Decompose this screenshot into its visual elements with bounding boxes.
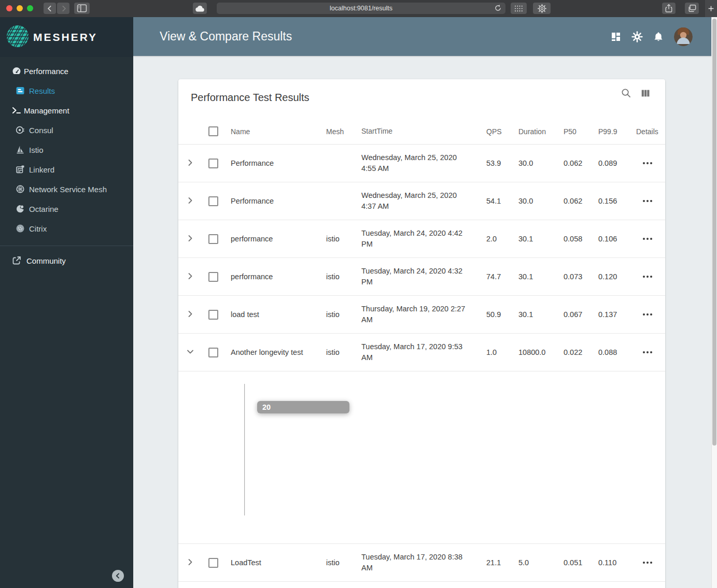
row-qps: 54.1 — [480, 197, 512, 205]
sidebar-item-consul[interactable]: Consul — [0, 120, 133, 140]
column-header-name[interactable]: Name — [224, 127, 320, 136]
extensions-grid-icon[interactable] — [511, 3, 527, 14]
row-duration: 5.0 — [512, 558, 557, 567]
citrix-icon — [15, 223, 25, 234]
sidebar-collapse-button[interactable] — [112, 570, 124, 582]
row-p999: 0.088 — [592, 348, 629, 356]
sidebar-item-citrix[interactable]: Citrix — [0, 219, 133, 238]
column-header-qps[interactable]: QPS — [480, 127, 512, 136]
tabs-icon[interactable] — [685, 3, 699, 14]
row-checkbox[interactable] — [208, 234, 218, 244]
row-duration: 10800.0 — [512, 348, 557, 356]
address-bar[interactable]: localhost:9081/results — [217, 3, 505, 14]
row-actions-button[interactable] — [629, 162, 665, 164]
row-checkbox-cell — [202, 558, 224, 568]
row-duration: 30.0 — [512, 159, 557, 167]
expand-row-button[interactable] — [178, 157, 202, 169]
select-all-checkbox[interactable] — [208, 126, 218, 136]
table-row: PerformanceWednesday, March 25, 2020 4:3… — [178, 182, 665, 220]
linkerd-icon — [15, 164, 25, 175]
row-checkbox-cell — [202, 348, 224, 357]
sidebar-item-network-service-mesh[interactable]: Network Service Mesh — [0, 179, 133, 199]
cloud-icon[interactable] — [193, 3, 207, 14]
refresh-icon[interactable] — [494, 4, 502, 13]
row-qps: 1.0 — [480, 348, 512, 356]
row-duration: 30.1 — [512, 235, 557, 243]
expand-row-button[interactable] — [178, 557, 202, 569]
dashboard-icon[interactable] — [610, 31, 622, 42]
row-checkbox[interactable] — [208, 196, 218, 206]
row-mesh: istio — [320, 273, 356, 281]
row-checkbox[interactable] — [208, 348, 218, 357]
row-qps: 53.9 — [480, 159, 512, 167]
sidebar-item-istio[interactable]: Istio — [0, 140, 133, 160]
sidebar-item-linkerd[interactable]: Linkerd — [0, 160, 133, 179]
row-qps: 50.9 — [480, 310, 512, 319]
column-header-duration[interactable]: Duration — [512, 127, 557, 136]
sidebar-item-label: Octarine — [29, 205, 59, 213]
column-header-p999[interactable]: P99.9 — [592, 127, 629, 136]
column-header-p50[interactable]: P50 — [557, 127, 592, 136]
expand-row-button[interactable] — [178, 233, 202, 245]
forward-icon[interactable] — [57, 3, 69, 14]
sidebar-toggle-icon[interactable] — [74, 3, 90, 14]
collapse-row-button[interactable] — [178, 347, 202, 358]
close-window-button[interactable] — [6, 5, 12, 11]
user-avatar[interactable] — [674, 27, 693, 46]
column-header-starttime[interactable]: StartTime — [356, 126, 480, 137]
page-scrollbar-thumb[interactable] — [712, 19, 716, 446]
table-row: load testistioThursday, March 19, 2020 2… — [178, 296, 665, 334]
row-mesh: istio — [320, 558, 356, 567]
row-checkbox[interactable] — [208, 159, 218, 168]
row-p999: 0.089 — [592, 159, 629, 167]
column-header-details: Details — [629, 127, 665, 136]
row-checkbox[interactable] — [208, 272, 218, 282]
settings-circle-icon[interactable] — [533, 3, 551, 14]
row-name: performance — [224, 235, 320, 243]
sidebar-item-octarine[interactable]: Octarine — [0, 199, 133, 219]
row-actions-button[interactable] — [629, 562, 665, 564]
share-icon[interactable] — [662, 3, 676, 14]
row-name: load test — [224, 310, 320, 319]
row-actions-button[interactable] — [629, 351, 665, 353]
row-checkbox-cell — [202, 234, 224, 244]
more-horizontal-icon — [643, 351, 645, 353]
notifications-bell-icon[interactable] — [653, 31, 664, 42]
row-starttime: Thursday, March 19, 2020 2:27 AM — [356, 304, 480, 325]
new-tab-icon[interactable] — [705, 0, 717, 17]
back-icon[interactable] — [44, 3, 56, 14]
more-horizontal-icon — [643, 276, 645, 278]
sidebar-item-results[interactable]: Results — [0, 81, 133, 101]
chevron-right-icon — [185, 195, 195, 207]
row-p50: 0.073 — [557, 273, 592, 281]
row-starttime: Tuesday, March 17, 2020 8:38 AM — [356, 552, 480, 573]
tooltip-header: 20 — [257, 401, 349, 413]
sidebar-item-label: Results — [29, 87, 55, 95]
maximize-window-button[interactable] — [27, 5, 33, 11]
row-actions-button[interactable] — [629, 276, 665, 278]
row-starttime: Wednesday, March 25, 2020 4:37 AM — [356, 190, 480, 212]
sidebar-item-label: Performance — [24, 67, 68, 76]
table-row: performanceistioTuesday, March 24, 2020 … — [178, 220, 665, 258]
row-checkbox[interactable] — [208, 558, 218, 568]
minimize-window-button[interactable] — [17, 5, 23, 11]
expand-row-button[interactable] — [178, 195, 202, 207]
column-header-mesh[interactable]: Mesh — [320, 127, 356, 136]
row-actions-button[interactable] — [629, 313, 665, 315]
expand-row-button[interactable] — [178, 271, 202, 283]
view-columns-icon[interactable] — [640, 88, 651, 101]
row-actions-button[interactable] — [629, 238, 665, 240]
meshery-logo[interactable]: MESHERY — [0, 17, 133, 57]
expand-row-button[interactable] — [178, 309, 202, 321]
search-icon[interactable] — [621, 88, 631, 101]
more-horizontal-icon — [643, 200, 645, 202]
sidebar-item-performance[interactable]: Performance — [0, 61, 133, 81]
page-scrollbar-track[interactable] — [711, 17, 717, 588]
settings-gear-icon[interactable] — [631, 31, 643, 42]
row-p999: 0.120 — [592, 273, 629, 281]
sidebar-item-management[interactable]: Management — [0, 101, 133, 120]
row-checkbox[interactable] — [208, 310, 218, 320]
row-actions-button[interactable] — [629, 200, 665, 202]
sidebar-item-community[interactable]: Community — [0, 249, 133, 272]
table-row: performanceistioTuesday, March 24, 2020 … — [178, 258, 665, 296]
